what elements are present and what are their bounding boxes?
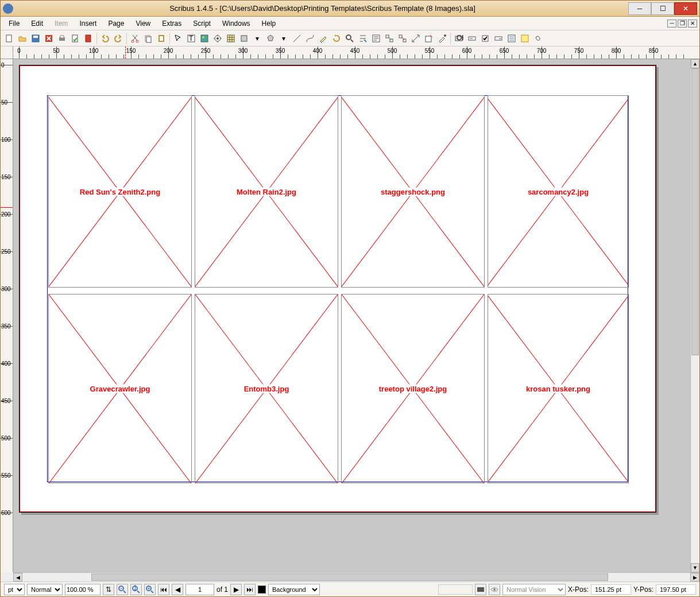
layer-select[interactable]: Background xyxy=(268,584,320,595)
paste-icon[interactable] xyxy=(155,32,168,45)
menu-file[interactable]: File xyxy=(3,18,25,29)
save-icon[interactable] xyxy=(29,32,42,45)
polygon-dropdown-icon[interactable]: ▾ xyxy=(277,32,290,45)
freehand-icon[interactable] xyxy=(317,32,330,45)
vertical-ruler[interactable]: 050100150200250300350400450500550600 xyxy=(1,59,13,572)
scroll-down-button[interactable]: ▼ xyxy=(691,563,699,572)
menubar: File Edit Item Insert Page View Extras S… xyxy=(1,17,699,30)
image-frame[interactable]: Entomb3.jpg xyxy=(195,294,338,483)
zoom-out-icon[interactable] xyxy=(117,584,128,595)
measure-icon[interactable] xyxy=(409,32,422,45)
select-icon[interactable] xyxy=(172,32,184,45)
pdf-link-icon[interactable] xyxy=(532,32,544,45)
rotate-icon[interactable] xyxy=(330,32,343,45)
page-of-label: of 1 xyxy=(216,586,228,594)
toolbar: T ▾ ▾ OK xyxy=(1,30,699,46)
minimize-button[interactable]: ─ xyxy=(628,2,651,15)
horizontal-ruler[interactable]: 0501001502002503003504004505005506006507… xyxy=(13,46,699,59)
zoom-in-icon[interactable] xyxy=(144,584,156,595)
page-input[interactable] xyxy=(185,584,214,595)
menu-script[interactable]: Script xyxy=(187,18,216,29)
image-frame[interactable]: Molten Rain2.jpg xyxy=(195,95,338,288)
menu-extras[interactable]: Extras xyxy=(156,18,187,29)
print-icon[interactable] xyxy=(56,32,68,45)
image-frame[interactable]: krosan tusker.png xyxy=(488,294,629,483)
next-page-icon[interactable]: ▶ xyxy=(230,584,242,595)
copy-props-icon[interactable] xyxy=(423,32,435,45)
pdf-textfield-icon[interactable] xyxy=(466,32,478,45)
mdi-minimize-button[interactable]: ─ xyxy=(667,20,676,28)
zoom-input[interactable] xyxy=(65,584,100,595)
vertical-scrollbar[interactable]: ▲ ▼ xyxy=(690,59,699,572)
scroll-thumb[interactable] xyxy=(91,573,608,581)
page[interactable]: Red Sun's Zenith2.png Molten Rain2.jpg s… xyxy=(19,65,656,513)
canvas-area[interactable]: Red Sun's Zenith2.png Molten Rain2.jpg s… xyxy=(13,59,690,572)
open-icon[interactable] xyxy=(16,32,29,45)
prev-page-icon[interactable]: ◀ xyxy=(172,584,183,595)
last-page-icon[interactable]: ⏭ xyxy=(244,584,256,595)
image-frame[interactable]: Red Sun's Zenith2.png xyxy=(48,95,192,288)
menu-windows[interactable]: Windows xyxy=(216,18,256,29)
render-frame-icon[interactable] xyxy=(211,32,224,45)
workspace: 0501001502002503003504004505005506006507… xyxy=(1,46,699,582)
pdf-annotation-icon[interactable] xyxy=(519,32,531,45)
undo-icon[interactable] xyxy=(99,32,111,45)
image-frame[interactable]: treetop village2.jpg xyxy=(341,294,485,483)
close-doc-icon[interactable] xyxy=(42,32,55,45)
menu-item[interactable]: Item xyxy=(49,18,74,29)
zoom-icon[interactable] xyxy=(343,32,356,45)
pdf-icon[interactable] xyxy=(82,32,95,45)
eyedropper-icon[interactable] xyxy=(436,32,448,45)
close-button[interactable]: ✕ xyxy=(674,2,697,15)
table-icon[interactable] xyxy=(225,32,237,45)
pdf-listbox-icon[interactable] xyxy=(505,32,518,45)
link-frames-icon[interactable] xyxy=(383,32,396,45)
mdi-restore-button[interactable]: ❐ xyxy=(678,20,687,28)
mdi-close-button[interactable]: ✕ xyxy=(688,20,697,28)
pdf-button-icon[interactable]: OK xyxy=(453,32,465,45)
xpos-value: 151.25 pt xyxy=(591,584,631,595)
scroll-thumb[interactable] xyxy=(691,68,699,355)
shape-dropdown-icon[interactable]: ▾ xyxy=(251,32,264,45)
cut-icon[interactable] xyxy=(129,32,141,45)
maximize-button[interactable]: ☐ xyxy=(651,2,674,15)
copy-icon[interactable] xyxy=(142,32,154,45)
redo-icon[interactable] xyxy=(112,32,125,45)
unlink-frames-icon[interactable] xyxy=(396,32,409,45)
bezier-icon[interactable] xyxy=(304,32,316,45)
scroll-left-button[interactable]: ◀ xyxy=(13,573,22,582)
cms-icon[interactable] xyxy=(475,584,486,595)
image-frame-icon[interactable] xyxy=(198,32,211,45)
image-frame[interactable]: staggershock.png xyxy=(341,95,485,288)
frame-label: staggershock.png xyxy=(380,187,446,196)
svg-rect-24 xyxy=(386,35,389,38)
shape-icon[interactable] xyxy=(238,32,250,45)
vision-select[interactable]: Normal Vision xyxy=(502,584,566,595)
menu-edit[interactable]: Edit xyxy=(25,18,49,29)
polygon-icon[interactable] xyxy=(264,32,277,45)
scroll-right-button[interactable]: ▶ xyxy=(690,573,699,582)
new-icon[interactable] xyxy=(3,32,16,45)
edit-contents-icon[interactable] xyxy=(357,32,369,45)
text-frame-icon[interactable]: T xyxy=(185,32,198,45)
preview-mode-icon[interactable] xyxy=(489,584,500,595)
preflight-icon[interactable] xyxy=(69,32,82,45)
zoom-spin-icon[interactable]: ⇅ xyxy=(103,584,114,595)
horizontal-scrollbar[interactable]: ◀ ▶ xyxy=(13,572,699,582)
pdf-combobox-icon[interactable] xyxy=(492,32,505,45)
pdf-checkbox-icon[interactable] xyxy=(479,32,492,45)
scroll-up-button[interactable]: ▲ xyxy=(691,59,699,68)
image-frame[interactable]: sarcomancy2.jpg xyxy=(488,95,629,288)
story-editor-icon[interactable] xyxy=(370,32,382,45)
image-frame[interactable]: Gravecrawler.jpg xyxy=(48,294,192,483)
frame-label: Gravecrawler.jpg xyxy=(89,385,152,393)
menu-insert[interactable]: Insert xyxy=(74,18,102,29)
menu-view[interactable]: View xyxy=(130,18,156,29)
preview-select[interactable]: Normal xyxy=(27,584,63,595)
menu-help[interactable]: Help xyxy=(256,18,282,29)
zoom-reset-icon[interactable]: 1 xyxy=(130,584,142,595)
unit-select[interactable]: pt xyxy=(4,584,25,595)
line-icon[interactable] xyxy=(291,32,303,45)
menu-page[interactable]: Page xyxy=(102,18,130,29)
first-page-icon[interactable]: ⏮ xyxy=(158,584,169,595)
